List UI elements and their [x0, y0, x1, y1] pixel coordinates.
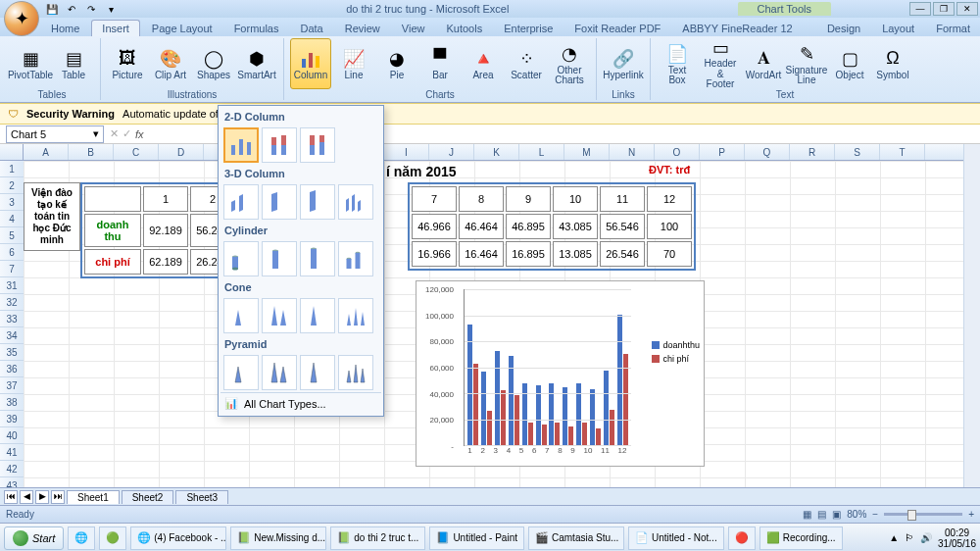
vertical-scrollbar[interactable] — [963, 144, 980, 487]
save-icon[interactable]: 💾 — [45, 2, 59, 16]
clock[interactable]: 00:29 31/05/16 — [938, 527, 976, 549]
restore-button[interactable]: ❐ — [933, 2, 955, 16]
cone-4[interactable] — [338, 298, 373, 333]
col-header[interactable]: S — [835, 144, 880, 160]
tray-up-icon[interactable]: ▲ — [889, 532, 899, 543]
row-header[interactable]: 35 — [0, 344, 24, 361]
data-table-right[interactable]: 789101112 46.96646.46446.89543.08556.546… — [408, 182, 696, 271]
tab-formulas[interactable]: Formulas — [224, 21, 289, 36]
clipart-button[interactable]: 🎨Clip Art — [150, 38, 191, 89]
row-header[interactable]: 34 — [0, 327, 24, 344]
taskbar-item[interactable]: 🌐(4) Facebook - ... — [130, 526, 226, 550]
row-header[interactable]: 31 — [0, 277, 24, 294]
tab-data[interactable]: Data — [290, 21, 332, 36]
cell-grid[interactable]: í năm 2015 ĐVT: trđ Viện đào tạo kế toán… — [24, 161, 980, 487]
taskbar-item[interactable]: 🔴 — [728, 526, 756, 550]
tab-layout[interactable]: Layout — [872, 21, 924, 36]
all-chart-types[interactable]: 📊 All Chart Types... — [220, 392, 381, 414]
view-normal-icon[interactable]: ▦ — [803, 509, 811, 520]
symbol-button[interactable]: ΩSymbol — [872, 38, 913, 89]
row-header[interactable]: 42 — [0, 461, 24, 477]
col-header[interactable]: O — [655, 144, 700, 160]
name-box[interactable]: Chart 5▾ — [6, 125, 104, 143]
col-header[interactable]: I — [384, 144, 429, 160]
shapes-button[interactable]: ◯Shapes — [193, 38, 234, 89]
tab-first-icon[interactable]: ⏮ — [4, 490, 18, 504]
taskbar-item[interactable]: 📗New.Missing d... — [230, 526, 326, 550]
pyramid-1[interactable] — [223, 355, 259, 390]
row-header[interactable]: 7 — [0, 261, 24, 277]
tab-review[interactable]: Review — [335, 21, 390, 36]
row-header[interactable]: 43 — [0, 477, 24, 487]
row-header[interactable]: 40 — [0, 427, 24, 444]
zoom-in-icon[interactable]: + — [968, 509, 974, 520]
pie-chart-button[interactable]: ◕Pie — [376, 38, 417, 89]
pivottable-button[interactable]: ▦PivotTable — [10, 38, 51, 89]
taskbar-item[interactable]: 🟢 — [99, 526, 126, 550]
col-header[interactable]: D — [159, 144, 204, 160]
embedded-chart[interactable]: -20,00040,00060,00080,000100,000120,000 … — [416, 280, 705, 467]
clustered-column-2d[interactable] — [223, 127, 259, 163]
picture-button[interactable]: 🖼Picture — [107, 38, 148, 89]
tab-abbyy[interactable]: ABBYY FineReader 12 — [672, 21, 802, 36]
row-header[interactable]: 4 — [0, 211, 24, 227]
sheet-tab-1[interactable]: Sheet1 — [67, 490, 120, 504]
scatter-chart-button[interactable]: ⁘Scatter — [506, 38, 547, 89]
cone-1[interactable] — [223, 298, 259, 333]
select-all-corner[interactable] — [0, 144, 24, 160]
line-chart-button[interactable]: 📈Line — [333, 38, 374, 89]
taskbar-item[interactable]: 📗do thi 2 truc t... — [330, 526, 425, 550]
column-3d[interactable] — [338, 184, 373, 220]
wordart-button[interactable]: 𝐀WordArt — [743, 38, 784, 89]
col-header[interactable]: Q — [745, 144, 790, 160]
tab-enterprise[interactable]: Enterprise — [494, 21, 563, 36]
col-header[interactable]: R — [790, 144, 835, 160]
hyperlink-button[interactable]: 🔗Hyperlink — [603, 38, 644, 89]
col-header[interactable]: L — [519, 144, 564, 160]
tab-insert[interactable]: Insert — [91, 20, 140, 36]
pyramid-3[interactable] — [300, 355, 335, 390]
cylinder-2[interactable] — [262, 241, 297, 276]
row-header[interactable]: 41 — [0, 444, 24, 461]
close-button[interactable]: ✕ — [956, 2, 978, 16]
pyramid-2[interactable] — [262, 355, 297, 390]
zoom-pct[interactable]: 80% — [847, 509, 866, 520]
fx-icon[interactable]: fx — [135, 128, 144, 140]
taskbar-item[interactable]: 📘Untitled - Paint — [429, 526, 524, 550]
header-footer-button[interactable]: ▭Header & Footer — [700, 38, 741, 89]
tab-design[interactable]: Design — [817, 21, 870, 36]
cylinder-4[interactable] — [338, 241, 373, 276]
zoom-slider[interactable] — [884, 513, 962, 516]
tab-foxit[interactable]: Foxit Reader PDF — [564, 21, 670, 36]
minimize-button[interactable]: — — [909, 2, 931, 16]
row-header[interactable]: 33 — [0, 311, 24, 327]
namebox-dropdown-icon[interactable]: ▾ — [93, 127, 99, 140]
zoom-out-icon[interactable]: − — [872, 509, 878, 520]
row-header[interactable]: 38 — [0, 394, 24, 411]
col-header[interactable]: B — [69, 144, 114, 160]
stacked-column-2d[interactable] — [262, 127, 297, 163]
office-button[interactable]: ✦ — [4, 1, 39, 36]
col-header[interactable]: K — [474, 144, 519, 160]
smartart-button[interactable]: ⬢SmartArt — [236, 38, 277, 89]
tab-view[interactable]: View — [392, 21, 435, 36]
cone-2[interactable] — [262, 298, 297, 333]
column-chart-button[interactable]: Column — [290, 38, 331, 89]
row-header[interactable]: 37 — [0, 377, 24, 394]
object-button[interactable]: ▢Object — [829, 38, 870, 89]
tray-sound-icon[interactable]: 🔊 — [920, 532, 932, 543]
bar-chart-button[interactable]: ▀Bar — [419, 38, 461, 89]
col-header[interactable]: T — [880, 144, 925, 160]
tab-prev-icon[interactable]: ◀ — [20, 490, 33, 504]
cancel-icon[interactable]: ✕ — [110, 127, 119, 140]
tray-flag-icon[interactable]: 🏳 — [905, 532, 914, 543]
signature-button[interactable]: ✎Signature Line — [786, 38, 827, 89]
cylinder-1[interactable] — [223, 241, 259, 276]
undo-icon[interactable]: ↶ — [65, 2, 78, 16]
row-header[interactable]: 5 — [0, 227, 24, 244]
area-chart-button[interactable]: 🔺Area — [463, 38, 504, 89]
table-button[interactable]: ▤Table — [53, 38, 94, 89]
col-header[interactable]: P — [700, 144, 745, 160]
enter-icon[interactable]: ✓ — [122, 127, 131, 140]
tab-format[interactable]: Format — [926, 21, 980, 36]
